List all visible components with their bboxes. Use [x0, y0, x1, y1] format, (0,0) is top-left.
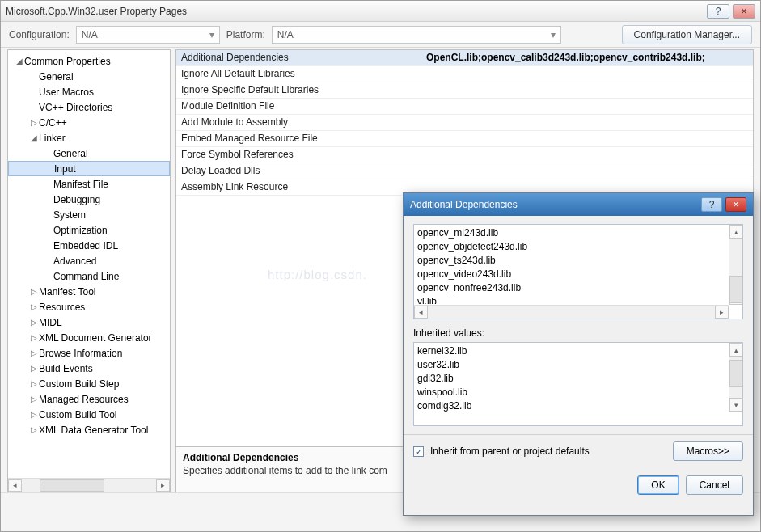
tree-item-label: Optimization — [53, 225, 108, 236]
close-button[interactable]: × — [733, 4, 755, 19]
scroll-down-icon[interactable]: ▾ — [729, 398, 742, 412]
tree-item-label: Embedded IDL — [53, 240, 118, 251]
dialog-title: Additional Dependencies — [410, 199, 698, 210]
platform-combo[interactable]: N/A — [272, 26, 561, 44]
scroll-left-icon[interactable]: ◂ — [8, 479, 22, 492]
dialog-close-button[interactable]: × — [725, 197, 746, 212]
inherited-label: Inherited values: — [413, 327, 743, 339]
disclosure-icon[interactable]: ▷ — [29, 410, 39, 419]
grid-row[interactable]: Add Module to Assembly — [176, 115, 753, 131]
tree-hscroll[interactable]: ◂ ▸ — [8, 478, 170, 492]
tree-item-system[interactable]: System — [8, 207, 170, 222]
cancel-button[interactable]: Cancel — [686, 475, 743, 495]
inherited-value: winspool.lib — [417, 386, 726, 399]
window-title: Microsoft.Cpp.Win32.user Property Pages — [6, 6, 707, 17]
platform-label: Platform: — [226, 29, 265, 40]
titlebar: Microsoft.Cpp.Win32.user Property Pages … — [1, 1, 760, 22]
grid-value[interactable] — [421, 66, 753, 82]
tree-item-common-properties[interactable]: ◢Common Properties — [8, 53, 170, 69]
grid-value[interactable] — [421, 131, 753, 146]
tree-item-label: Custom Build Tool — [39, 409, 117, 420]
tree-item-midl[interactable]: ▷MIDL — [8, 315, 170, 330]
tree-item-label: Debugging — [53, 194, 100, 205]
tree-item-xml-document-generator[interactable]: ▷XML Document Generator — [8, 330, 170, 345]
vscroll-thumb[interactable] — [729, 360, 742, 387]
scroll-right-icon[interactable]: ▸ — [156, 479, 170, 492]
tree-item-manifest-file[interactable]: Manifest File — [8, 176, 170, 192]
tree-item-command-line[interactable]: Command Line — [8, 268, 170, 284]
disclosure-icon[interactable]: ▷ — [29, 118, 39, 127]
tree-item-general[interactable]: General — [8, 69, 170, 84]
disclosure-icon[interactable]: ▷ — [29, 364, 39, 373]
tree-item-embedded-idl[interactable]: Embedded IDL — [8, 238, 170, 253]
tree-item-custom-build-step[interactable]: ▷Custom Build Step — [8, 376, 170, 391]
dependencies-textarea[interactable]: opencv_ml243d.lib opencv_objdetect243d.l… — [413, 224, 743, 319]
tree-item-optimization[interactable]: Optimization — [8, 222, 170, 238]
grid-value[interactable] — [421, 147, 753, 163]
tree-item-label: General — [53, 148, 88, 159]
grid-key: Delay Loaded Dlls — [176, 163, 421, 179]
tree-item-managed-resources[interactable]: ▷Managed Resources — [8, 391, 170, 407]
disclosure-icon[interactable]: ◢ — [29, 133, 39, 142]
hscroll[interactable]: ◂ ▸ — [414, 305, 729, 319]
tree-item-c-c-[interactable]: ▷C/C++ — [8, 115, 170, 130]
grid-row[interactable]: Embed Managed Resource File — [176, 131, 753, 147]
scroll-thumb[interactable] — [40, 479, 104, 492]
tree-item-label: VC++ Directories — [39, 102, 112, 113]
tree-item-vc-directories[interactable]: VC++ Directories — [8, 99, 170, 115]
disclosure-icon[interactable]: ◢ — [15, 57, 24, 65]
disclosure-icon[interactable]: ▷ — [29, 287, 39, 296]
grid-row[interactable]: Ignore All Default Libraries — [176, 66, 753, 82]
disclosure-icon[interactable]: ▷ — [29, 333, 39, 342]
tree-item-general[interactable]: General — [8, 146, 170, 161]
grid-key: Embed Managed Resource File — [176, 131, 421, 146]
grid-value[interactable] — [421, 99, 753, 114]
configuration-manager-button[interactable]: Configuration Manager... — [622, 25, 752, 44]
ok-button[interactable]: OK — [637, 475, 679, 495]
scroll-right-icon[interactable]: ▸ — [715, 306, 729, 319]
grid-row[interactable]: Delay Loaded Dlls — [176, 163, 753, 179]
tree-item-user-macros[interactable]: User Macros — [8, 84, 170, 99]
tree-item-build-events[interactable]: ▷Build Events — [8, 361, 170, 376]
configuration-combo[interactable]: N/A — [76, 26, 220, 44]
tree-panel: ◢Common PropertiesGeneralUser MacrosVC++… — [7, 49, 171, 492]
macros-button[interactable]: Macros>> — [673, 441, 743, 461]
tree-item-linker[interactable]: ◢Linker — [8, 130, 170, 146]
grid-value[interactable] — [421, 115, 753, 130]
scroll-left-icon[interactable]: ◂ — [414, 306, 428, 319]
tree-item-label: Advanced — [53, 255, 96, 267]
dialog-help-button[interactable]: ? — [701, 197, 722, 212]
scroll-up-icon[interactable]: ▴ — [729, 225, 742, 239]
vscroll[interactable]: ▴ ▾ — [729, 343, 742, 412]
tree-item-manifest-tool[interactable]: ▷Manifest Tool — [8, 284, 170, 299]
tree-item-input[interactable]: Input — [8, 161, 170, 176]
grid-row[interactable]: Ignore Specific Default Libraries — [176, 82, 753, 99]
disclosure-icon[interactable]: ▷ — [29, 379, 39, 388]
grid-row[interactable]: Force Symbol References — [176, 147, 753, 163]
disclosure-icon[interactable]: ▷ — [29, 425, 39, 434]
grid-value[interactable] — [421, 82, 753, 98]
disclosure-icon[interactable]: ▷ — [29, 348, 39, 357]
scroll-up-icon[interactable]: ▴ — [729, 343, 742, 357]
grid-key: Module Definition File — [176, 99, 421, 114]
disclosure-icon[interactable]: ▷ — [29, 318, 39, 327]
grid-row[interactable]: Additional DependenciesOpenCL.lib;opencv… — [176, 50, 753, 66]
tree-item-resources[interactable]: ▷Resources — [8, 299, 170, 315]
tree-item-advanced[interactable]: Advanced — [8, 253, 170, 268]
tree-item-browse-information[interactable]: ▷Browse Information — [8, 345, 170, 361]
disclosure-icon[interactable]: ▷ — [29, 302, 39, 311]
tree-item-custom-build-tool[interactable]: ▷Custom Build Tool — [8, 407, 170, 422]
vscroll-thumb[interactable] — [729, 276, 742, 303]
grid-row[interactable]: Module Definition File — [176, 99, 753, 115]
help-button[interactable]: ? — [707, 4, 729, 19]
inherit-checkbox[interactable]: ✓ — [413, 446, 424, 457]
tree-item-debugging[interactable]: Debugging — [8, 192, 170, 207]
grid-value[interactable]: OpenCL.lib;opencv_calib3d243d.lib;opencv… — [421, 50, 753, 65]
inherit-label: Inherit from parent or project defaults — [430, 445, 590, 457]
disclosure-icon[interactable]: ▷ — [29, 395, 39, 403]
tree-item-xml-data-generator-tool[interactable]: ▷XML Data Generator Tool — [8, 422, 170, 437]
grid-value[interactable] — [421, 163, 753, 179]
configuration-label: Configuration: — [9, 29, 70, 40]
tree-item-label: Browse Information — [39, 348, 122, 359]
vscroll[interactable]: ▴ ▾ — [729, 225, 742, 305]
